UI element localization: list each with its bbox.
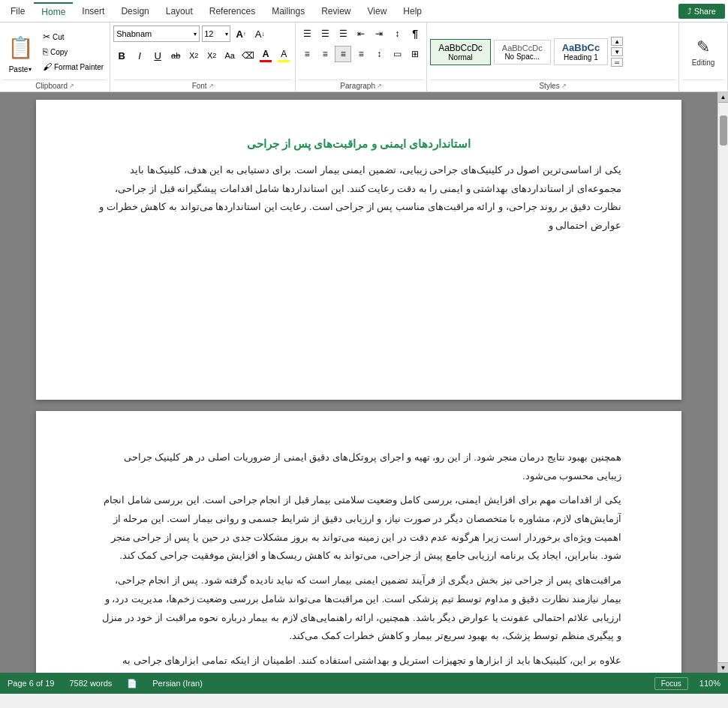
superscript-button[interactable]: X2 [203,47,220,64]
tab-layout[interactable]: Layout [158,3,200,20]
cut-button[interactable]: ✂ Cut [40,30,107,44]
format-painter-button[interactable]: 🖌 Format Painter [40,60,107,74]
styles-scroll-up[interactable]: ▲ [611,37,623,46]
font-expand-icon[interactable]: ↗ [209,82,214,89]
show-formatting-button[interactable]: ¶ [407,26,423,42]
shading-button[interactable]: ▭ [389,46,405,62]
editing-label: Editing [692,58,715,67]
ribbon-tabs[interactable]: File Home Insert Design Layout Reference… [0,0,728,22]
align-left-button[interactable]: ≡ [299,46,315,62]
number-list-button[interactable]: ☰ [317,26,333,42]
decrease-indent-button[interactable]: ⇤ [353,26,369,42]
language: Persian (Iran) [152,679,203,688]
paste-button[interactable]: 📋 Paste ▾ [3,29,38,75]
font-name-selector[interactable]: Shabnam ▾ [113,26,200,42]
focus-button[interactable]: Focus [654,677,688,690]
scroll-down-button[interactable]: ▼ [718,662,729,673]
align-right-button[interactable]: ≡ [335,46,351,62]
styles-group: AaBbCcDc Normal AaBbCcDc No Spac... AaBb… [427,22,679,92]
font-format-row: B I U ab X2 X2 Aa ⌫ A A [113,47,292,64]
page-heading: استانداردهای ایمنی و مراقبت‌های پس از جر… [96,137,621,151]
tab-file[interactable]: File [3,3,32,20]
underline-button[interactable]: U [149,47,166,64]
style-no-space[interactable]: AaBbCcDc No Spac... [494,40,551,64]
tab-references[interactable]: References [202,3,263,20]
subscript-button[interactable]: X2 [185,47,202,64]
font-size-selector[interactable]: 12 ▾ [202,26,230,42]
word-count: 7582 words [69,679,112,688]
style-normal[interactable]: AaBbCcDc Normal [430,39,491,65]
strikethrough-button[interactable]: ab [167,47,184,64]
styles-scroll-controls: ▲ ▼ ═ [611,37,623,67]
tab-mailings[interactable]: Mailings [264,3,312,20]
change-case-button[interactable]: Aa [221,47,238,64]
vertical-scrollbar[interactable]: ▲ ▼ [717,92,728,673]
font-group-label: Font ↗ [113,80,292,92]
style-heading1[interactable]: AaBbCc Heading 1 [554,38,609,65]
multilevel-list-button[interactable]: ☰ [335,26,351,42]
clipboard-expand-icon[interactable]: ↗ [69,82,74,89]
page-2: همچنین بهبود نتایج درمان منجر شود. از ای… [36,411,681,673]
page-text-2c[interactable]: مراقبت‌های پس از جراحی نیز بخش دیگری از … [96,572,621,646]
style-heading1-label: Heading 1 [562,53,600,62]
page-text-2d[interactable]: علاوه بر این، کلینیک‌ها باید از ابزارها … [96,652,621,673]
styles-scroll-down[interactable]: ▼ [611,47,623,56]
style-no-space-preview: AaBbCcDc [502,44,543,52]
editing-group-label [682,80,724,92]
styles-expand-icon[interactable]: ↗ [561,82,567,89]
font-size-dropdown: ▾ [225,31,228,38]
paragraph-group: ☰ ☰ ☰ ⇤ ⇥ ↕ ¶ ≡ ≡ ≡ ≡ ↕ ▭ ⊞ [296,22,427,92]
styles-group-label: Styles ↗ [430,80,675,92]
page-text-2b[interactable]: یکی از اقدامات مهم برای افزایش ایمنی، بر… [96,491,621,566]
bullet-list-button[interactable]: ☰ [299,26,315,42]
highlight-color-bar [278,60,290,62]
editing-button[interactable]: ✎ Editing [689,34,718,70]
scroll-track[interactable] [718,103,728,662]
page-info: Page 6 of 19 [8,679,54,688]
borders-button[interactable]: ⊞ [407,46,423,62]
tab-review[interactable]: Review [314,3,358,20]
document-area: استانداردهای ایمنی و مراقبت‌های پس از جر… [0,92,728,673]
tab-insert[interactable]: Insert [74,3,112,20]
copy-icon: ⎘ [43,46,48,57]
clipboard-small-buttons: ✂ Cut ⎘ Copy 🖌 Format Painter [40,30,107,74]
document-scroll[interactable]: استانداردهای ایمنی و مراقبت‌های پس از جر… [0,92,717,673]
scroll-up-button[interactable]: ▲ [718,92,729,103]
tab-home[interactable]: Home [34,2,73,20]
decrease-font-button[interactable]: A↓ [251,26,268,42]
share-button[interactable]: ⤴ Share [678,4,725,19]
page-text-2a[interactable]: همچنین بهبود نتایج درمان منجر شود. از ای… [96,448,621,485]
status-bar: Page 6 of 19 7582 words 📄 Persian (Iran)… [0,673,728,694]
paragraph-list-row: ☰ ☰ ☰ ⇤ ⇥ ↕ ¶ [299,26,423,42]
page-1: استانداردهای ایمنی و مراقبت‌های پس از جر… [36,100,681,400]
paragraph-group-label: Paragraph ↗ [299,80,423,92]
styles-scroll-more[interactable]: ═ [611,58,623,67]
align-center-button[interactable]: ≡ [317,46,333,62]
paragraph-expand-icon[interactable]: ↗ [377,82,382,89]
tab-help[interactable]: Help [396,3,429,20]
bold-button[interactable]: B [113,47,130,64]
scroll-thumb[interactable] [720,116,727,146]
justify-button[interactable]: ≡ [353,46,369,62]
highlight-color-button[interactable]: A [275,47,292,64]
page-text-1[interactable]: یکی از اساسی‌ترین اصول در کلینیک‌های جرا… [96,161,621,236]
font-color-button[interactable]: A [257,47,274,64]
line-spacing-button[interactable]: ↕ [371,46,387,62]
format-painter-icon: 🖌 [43,62,52,72]
increase-font-button[interactable]: A↑ [233,26,249,42]
sort-button[interactable]: ↕ [389,26,405,42]
style-normal-label: Normal [438,53,483,62]
font-group: Shabnam ▾ 12 ▾ A↑ A↓ B I U ab X2 [110,22,296,92]
zoom-level: 110% [699,679,720,688]
increase-indent-button[interactable]: ⇥ [371,26,387,42]
paste-dropdown-arrow: ▾ [29,66,32,73]
style-heading1-preview: AaBbCc [562,42,600,53]
copy-button[interactable]: ⎘ Copy [40,45,107,58]
tab-view[interactable]: View [360,3,395,20]
clear-formatting-button[interactable]: ⌫ [239,47,256,64]
paste-label: Paste ▾ [9,65,32,74]
status-bar-right: Focus 110% [654,677,720,690]
style-normal-preview: AaBbCcDc [438,43,483,53]
tab-design[interactable]: Design [113,3,156,20]
italic-button[interactable]: I [131,47,148,64]
